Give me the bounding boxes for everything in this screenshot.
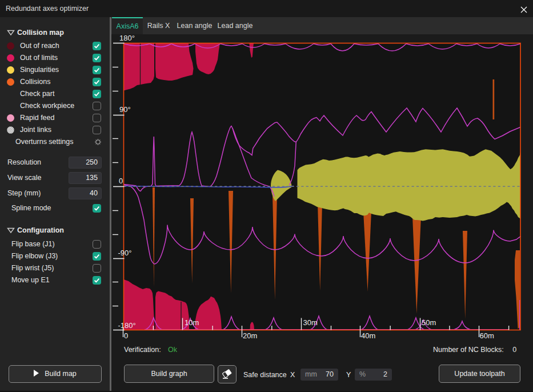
svg-text:50m: 50m	[422, 318, 436, 327]
svg-text:10m: 10m	[185, 318, 199, 327]
svg-text:40m: 40m	[361, 331, 375, 340]
svg-text:30m: 30m	[303, 318, 318, 327]
svg-text:-180°: -180°	[118, 321, 136, 330]
svg-text:0: 0	[119, 177, 123, 185]
svg-text:90°: 90°	[119, 105, 131, 114]
svg-text:60m: 60m	[480, 331, 494, 340]
svg-text:-90°: -90°	[118, 249, 132, 257]
svg-text:0: 0	[124, 331, 128, 340]
svg-text:20m: 20m	[243, 331, 257, 340]
svg-text:180°: 180°	[119, 34, 135, 42]
